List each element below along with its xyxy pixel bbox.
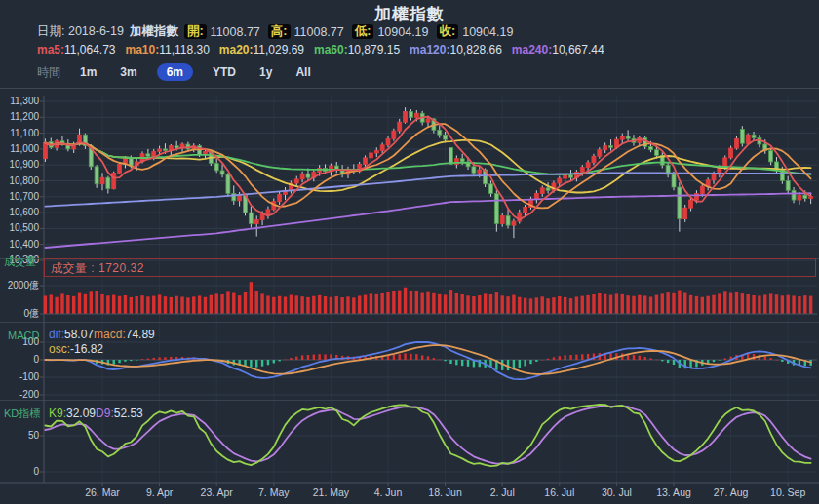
volume-y-tick: 2000億 xyxy=(8,280,39,291)
main-y-tick: 11,100 xyxy=(10,128,39,138)
x-axis-label: 21. May xyxy=(313,486,350,498)
kd-y-tick: 0 xyxy=(33,466,39,477)
x-axis-label: 26. Mar xyxy=(85,486,120,498)
x-axis-label: 16. Jul xyxy=(544,486,574,498)
main-y-tick: 11,000 xyxy=(10,143,39,154)
legend-label: macd: xyxy=(94,328,126,341)
x-axis-label: 18. Jun xyxy=(428,486,462,498)
main-y-tick: 10,900 xyxy=(9,159,39,170)
macd-y-tick: -200 xyxy=(20,389,39,400)
legend-label: osc: xyxy=(49,342,70,356)
main-y-tick: 10,400 xyxy=(9,239,39,250)
legend-label: K9: xyxy=(49,407,66,420)
volume-pane-label: 成交量 xyxy=(4,254,36,269)
x-axis-label: 10. Sep xyxy=(770,486,805,498)
macd-legend: dif:58.07macd:74.89osc:-16.82 xyxy=(49,328,155,357)
x-axis-label: 13. Aug xyxy=(656,486,691,498)
legend-label: D9: xyxy=(96,407,114,420)
main-y-tick: 10,800 xyxy=(9,175,39,186)
legend-label: dif: xyxy=(49,328,64,341)
macd-y-tick: 0 xyxy=(33,354,39,365)
x-axis-label: 2. Jul xyxy=(490,486,515,498)
legend-value: -16.82 xyxy=(70,342,103,356)
x-axis-label: 27. Aug xyxy=(714,486,749,498)
kd-pane-label: KD指標 xyxy=(4,407,40,421)
legend-value: 58.07 xyxy=(64,328,94,341)
legend-value: 32.09 xyxy=(66,407,96,420)
price-chart-canvas[interactable]: 11,30011,20011,10011,00010,90010,80010,7… xyxy=(0,0,819,504)
stock-chart-app: 加權指數 日期: 2018-6-19 加權指數 開:11008.77高:1100… xyxy=(0,0,819,504)
x-axis-label: 7. May xyxy=(258,486,290,498)
legend-value: 52.53 xyxy=(114,407,143,420)
main-y-tick: 10,500 xyxy=(9,222,39,233)
macd-legend-row2: osc:-16.82 xyxy=(49,342,155,357)
macd-legend-row1: dif:58.07macd:74.89 xyxy=(49,328,155,342)
main-y-tick: 11,200 xyxy=(10,111,39,122)
main-y-tick: 10,600 xyxy=(9,207,39,217)
x-axis-label: 9. Apr xyxy=(146,486,174,498)
main-y-tick: 10,700 xyxy=(9,191,39,202)
x-axis-label: 4. Jun xyxy=(374,486,403,498)
macd-pane-label: MACD xyxy=(8,330,39,341)
kd-y-tick: 50 xyxy=(28,430,40,441)
macd-y-tick: -100 xyxy=(20,371,39,382)
x-axis-label: 30. Jul xyxy=(602,486,632,498)
volume-y-tick: 0億 xyxy=(23,308,39,319)
legend-value: 74.89 xyxy=(126,328,155,341)
kd-legend: K9:32.09D9:52.53 xyxy=(49,407,143,420)
volume-legend: 成交量 : 1720.32 xyxy=(51,260,144,277)
main-y-tick: 11,300 xyxy=(10,96,39,106)
x-axis-label: 23. Apr xyxy=(201,486,234,498)
